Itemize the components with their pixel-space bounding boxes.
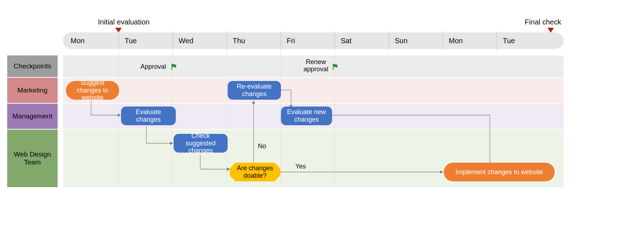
day-label: Tue xyxy=(119,32,179,49)
node-check-changes: Check suggested changes xyxy=(174,134,228,153)
lane-title-marketing: Marketing xyxy=(7,78,58,103)
swimlane-diagram: Initial evaluation Final check Checkpoin… xyxy=(7,7,565,209)
day-label: Tue xyxy=(497,32,557,49)
node-implement-changes: Implement changes to website xyxy=(444,163,555,181)
node-reevaluate-changes: Re-evaluate changes xyxy=(228,81,281,100)
milestone-label-final: Final check xyxy=(525,18,561,26)
lane-body-marketing xyxy=(63,78,564,103)
checkpoint-label-approval: Approval xyxy=(140,63,166,71)
edge-label-yes: Yes xyxy=(295,163,306,170)
lane-title-management: Management xyxy=(7,104,58,129)
node-decision-doable: Are changes doable? xyxy=(230,163,280,181)
gridline xyxy=(118,49,119,187)
day-label: Fri xyxy=(281,32,341,49)
edge-label-no: No xyxy=(258,143,266,150)
checkpoint-label-renew: Renew approval xyxy=(303,59,328,73)
day-label: Sun xyxy=(389,32,449,49)
flag-icon xyxy=(171,63,177,72)
node-evaluate-changes: Evaluate changes xyxy=(121,107,176,125)
gridline xyxy=(227,49,227,187)
day-label: Wed xyxy=(173,32,233,49)
lane-title-webdesign: Web Design Team xyxy=(7,130,58,187)
day-label: Thu xyxy=(227,32,287,49)
day-label: Mon xyxy=(65,32,125,49)
node-evaluate-new: Evaluate new changes xyxy=(281,107,332,125)
day-label: Mon xyxy=(443,32,503,49)
node-suggest-changes: Suggest changes to website xyxy=(66,81,119,100)
flag-icon xyxy=(332,63,339,72)
milestone-label-initial: Initial evaluation xyxy=(98,18,149,26)
svg-marker-1 xyxy=(547,28,554,33)
day-label: Sat xyxy=(335,32,395,49)
lane-title-checkpoints: Checkpoints xyxy=(7,55,58,77)
